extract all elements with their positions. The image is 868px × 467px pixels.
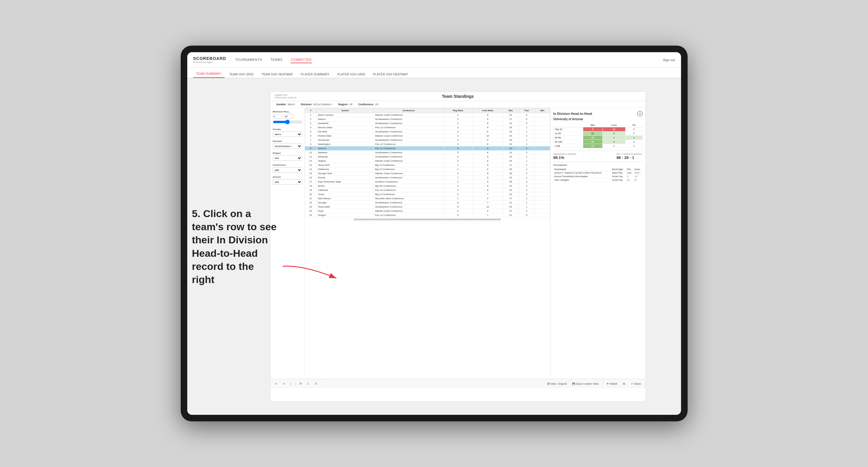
- table-row[interactable]: 11 Arkansas Southeastern Conference 6 8 …: [305, 155, 550, 159]
- subnav-player-h2h-grid[interactable]: PLAYER H2H GRID: [334, 71, 368, 78]
- nav-bar: SCOREBOARD Powered by clippd TOURNAMENTS…: [187, 52, 681, 68]
- table-row[interactable]: 14 Oklahoma Big 12 Conference 2 8 26 2: [305, 167, 550, 172]
- subnav-team-h2h-grid[interactable]: TEAM H2H GRID: [226, 71, 257, 78]
- filter-min-rounds-min[interactable]: [273, 114, 282, 119]
- nav-tournaments[interactable]: TOURNAMENTS: [235, 57, 262, 63]
- record-label: W-L-T record in-division:: [617, 153, 643, 155]
- table-row[interactable]: 10 Alabama Southeastern Conference 5 8 2…: [305, 151, 550, 155]
- table-row[interactable]: 25 Oregon Pac-12 Conference 5 7 21 0: [305, 213, 550, 217]
- filter-row: Gender: Men's Division: NCAA Division I …: [271, 101, 646, 108]
- h2h-row: 26-50 25 2 1: [553, 136, 642, 140]
- tournament-row: Cabo Collegiate Stroke Play 11 17: [553, 178, 643, 182]
- nav-teams[interactable]: TEAMS: [271, 57, 282, 63]
- table-row[interactable]: 3 Vanderbilt Southeastern Conference 2 8…: [305, 121, 550, 126]
- toolbar-sep-1: [296, 381, 296, 386]
- h2h-row: 51-100 20 3 0: [553, 140, 642, 144]
- h2h-close-button[interactable]: ✕: [637, 111, 643, 116]
- filter-conference-group: Conference (All): [273, 164, 302, 173]
- h2h-tournaments: Tournament Tournament Event Type Pos S: [553, 164, 643, 182]
- subnav-player-h2h-heatmap[interactable]: PLAYER H2H HEATMAP: [370, 71, 411, 78]
- toolbar-sep-2: [321, 381, 321, 386]
- bottom-toolbar: ↩ ↪ ⟩ ⧉ ⧊ ⏱ 🖼 View: Original: [271, 379, 646, 388]
- forward-button[interactable]: ⟩: [289, 382, 293, 386]
- h2h-school: University of Arizona: [553, 118, 643, 121]
- nav-links: TOURNAMENTS TEAMS COMMITTEE: [235, 57, 659, 63]
- clock-button[interactable]: ⏱: [313, 382, 319, 386]
- data-table-container: # School Conference Reg Rank Conf Rank R…: [305, 108, 550, 379]
- subnav-player-summary[interactable]: PLAYER SUMMARY: [298, 71, 333, 78]
- table-row[interactable]: 12 Virginia Atlantic Coast Conference 3 …: [305, 159, 550, 163]
- h2h-tie-header: Tie: [626, 123, 642, 127]
- sub-nav: TEAM SUMMARY TEAM H2H GRID TEAM H2H HEAT…: [187, 68, 681, 79]
- table-row[interactable]: 19 California Pac-12 Conference 4 8 24 2: [305, 188, 550, 192]
- table-row[interactable]: 23 Texas A&M Southeastern Conference 9 1…: [305, 205, 550, 209]
- filter-gender-select[interactable]: Men's: [273, 131, 302, 137]
- watch-button[interactable]: 👁 Watch: [605, 382, 619, 386]
- undo-button[interactable]: ↩: [273, 382, 279, 386]
- table-row[interactable]: 5 Ole Miss Southeastern Conference 3 6 1…: [305, 130, 550, 134]
- table-row[interactable]: 2 Auburn Southeastern Conference 1 9 27 …: [305, 117, 550, 121]
- table-row[interactable]: 6 Florida State Atlantic Coast Conferenc…: [305, 134, 550, 138]
- region-filter-label: Region:: [338, 103, 348, 106]
- h2h-divider-2: [553, 162, 643, 162]
- sign-out-button[interactable]: Sign out: [658, 58, 675, 62]
- table-row[interactable]: 16 Florida Southeastern Conference 7 9 2…: [305, 176, 550, 180]
- annotation-text: 5. Click on a team's row to see their In…: [192, 207, 279, 286]
- table-row[interactable]: 13 Texas Tech Big 12 Conference 1 9 27 2: [305, 163, 550, 167]
- col-conf-rank: Conf Rank: [472, 108, 503, 113]
- table-row[interactable]: 4 Arizona State Pac-12 Conference 4 9 26…: [305, 126, 550, 130]
- filter-division-select[interactable]: NCAA Division I: [273, 144, 302, 149]
- copy-button[interactable]: ⧉: [298, 381, 303, 386]
- table-row[interactable]: 1 North Carolina Atlantic Coast Conferen…: [305, 113, 550, 117]
- table-row[interactable]: 15 Georgia Tech Atlantic Coast Conferenc…: [305, 172, 550, 176]
- subnav-team-summary[interactable]: TEAM SUMMARY: [193, 70, 224, 78]
- h2h-win-header: Win: [583, 123, 602, 127]
- display-button[interactable]: ⊞: [621, 382, 627, 386]
- filter-conference-label: Conference: [273, 164, 302, 166]
- filter-school-label: School: [273, 176, 302, 178]
- filter-min-rounds-max[interactable]: [284, 114, 293, 119]
- update-time-label: Update time:: [275, 94, 299, 96]
- h2h-loss-header: Loss: [602, 123, 625, 127]
- table-row[interactable]: 22 Georgia Southeastern Conference 8 7 2…: [305, 201, 550, 205]
- subnav-team-h2h-heatmap[interactable]: TEAM H2H HEATMAP: [258, 71, 296, 78]
- paste-button[interactable]: ⧊: [305, 381, 311, 386]
- table-row[interactable]: 24 Duke Atlantic Coast Conference 5 9 27…: [305, 209, 550, 213]
- th-pos: Pos: [626, 167, 633, 171]
- record-value: 86 - 26 - 1: [617, 155, 643, 160]
- filter-region-select[interactable]: N/A: [273, 155, 302, 161]
- filter-region-label: Region: [273, 152, 302, 154]
- table-row[interactable]: 7 Tennessee Southeastern Conference 4 6 …: [305, 138, 550, 142]
- filter-school-select[interactable]: (All): [273, 179, 302, 185]
- col-conference: Conference: [374, 108, 443, 113]
- h2h-row: 11-25 11 8 0: [553, 131, 642, 136]
- division-filter-label: Division:: [301, 103, 312, 106]
- table-row[interactable]: 18 Illinois Big Ten Conference 1 9 23 3: [305, 184, 550, 188]
- save-custom-button[interactable]: 💾 Save Custom View: [571, 382, 600, 386]
- filter-gender-label: Gender: [273, 128, 302, 131]
- filter-division-label: Division: [273, 140, 302, 143]
- share-button[interactable]: ↗ Share: [629, 382, 643, 386]
- table-row[interactable]: 21 New Mexico Mountain West Conference 1…: [305, 196, 550, 201]
- col-rank: #: [305, 108, 317, 113]
- table-row[interactable]: 8 Washington Pac-12 Conference 2 8 23 1: [305, 142, 550, 147]
- filter-min-rounds-slider[interactable]: [273, 120, 302, 124]
- logo-title: SCOREBOARD: [193, 56, 226, 61]
- table-row[interactable]: 20 Texas Big 12 Conference 3 7 20 3: [305, 192, 550, 196]
- h2h-divider: [553, 151, 643, 151]
- gender-filter-value: Men's: [288, 103, 295, 106]
- opponents-label: Opponents in division:: [553, 153, 577, 155]
- h2h-table: Win Loss Tie Top 10 3 13 0 11-25 11 8 0 …: [553, 123, 643, 148]
- view-original-button[interactable]: 🖼 View: Original: [546, 382, 568, 386]
- redo-button[interactable]: ↪: [281, 382, 286, 386]
- conference-filter-label: Conference:: [359, 103, 374, 106]
- standings-table: # School Conference Reg Rank Conf Rank R…: [305, 108, 550, 217]
- nav-committee[interactable]: COMMITTEE: [291, 57, 312, 63]
- table-row[interactable]: 17 East Tennessee State Southern Confere…: [305, 180, 550, 184]
- table-row[interactable]: 9 Arizona Pac-12 Conference 9 8 23 3: [305, 147, 550, 151]
- main-content: 5. Click on a team's row to see their In…: [187, 79, 681, 415]
- filter-min-rounds: Minimum Rou... -: [273, 110, 302, 125]
- filter-conference-select[interactable]: (All): [273, 167, 302, 173]
- tournament-col-header: Tournament: [553, 164, 567, 166]
- scroll-thumb[interactable]: [354, 219, 501, 220]
